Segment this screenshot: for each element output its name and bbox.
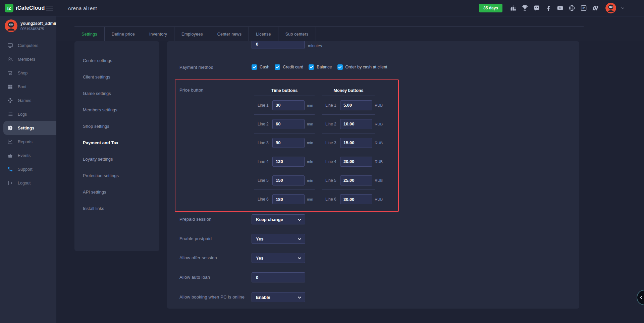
row-unit: min bbox=[307, 103, 313, 107]
topbar: i2 iCafeCloud Arena aiTest 35 days bbox=[0, 0, 644, 16]
user-avatar[interactable] bbox=[605, 3, 616, 13]
sidebar-item-support[interactable]: Support bbox=[0, 162, 56, 176]
sidebar-item-games[interactable]: Games bbox=[0, 94, 56, 107]
sidebar-item-label: Games bbox=[18, 98, 31, 103]
sidebar-item-boot[interactable]: Boot bbox=[0, 80, 56, 94]
settings-nav-loyalty-settings[interactable]: Loyalty settings bbox=[74, 151, 159, 167]
sidebar-item-label: Boot bbox=[18, 85, 26, 89]
cart-icon bbox=[7, 70, 13, 76]
tab-license[interactable]: License bbox=[249, 27, 278, 41]
payment-method-label: Payment method bbox=[179, 65, 213, 70]
sidebar-item-events[interactable]: Events bbox=[0, 149, 56, 162]
allow-booking-select[interactable]: Enable bbox=[252, 292, 305, 302]
sidebar-user-meta: youngzsoft_admin 005193482475 bbox=[20, 21, 56, 31]
monitor-icon bbox=[7, 43, 13, 48]
money-buttons-header: Money buttons bbox=[322, 85, 375, 96]
settings-nav-protection-settings[interactable]: Protection settings bbox=[74, 167, 159, 184]
settings-nav-client-settings[interactable]: Client settings bbox=[74, 69, 159, 85]
row-label: Line 4 bbox=[258, 159, 272, 164]
row-label: Line 4 bbox=[325, 159, 340, 164]
gear-icon bbox=[7, 125, 13, 131]
sidebar-item-logout[interactable]: Logout bbox=[0, 176, 56, 190]
balance-checkbox[interactable] bbox=[309, 64, 314, 70]
time-line2-input[interactable] bbox=[272, 119, 305, 129]
table-row: Line 6 RUB bbox=[322, 190, 375, 209]
globe-icon[interactable] bbox=[568, 4, 576, 12]
sidebar-item-label: Reports bbox=[18, 140, 33, 144]
settings-nav-install-links[interactable]: Install links bbox=[74, 200, 159, 217]
facebook-icon[interactable] bbox=[545, 4, 552, 12]
time-line4-input[interactable] bbox=[272, 157, 305, 167]
money-line4-input[interactable] bbox=[340, 157, 372, 167]
settings-nav-payment-and-tax[interactable]: Payment and Tax bbox=[74, 134, 159, 151]
settings-nav-shop-settings[interactable]: Shop settings bbox=[74, 118, 159, 134]
sidebar-item-reports[interactable]: Reports bbox=[0, 135, 56, 149]
time-buttons-header: Time buttons bbox=[254, 85, 315, 96]
table-row: Line 5 RUB bbox=[322, 171, 375, 190]
table-row: Line 4 min bbox=[254, 152, 315, 171]
row-unit: RUB bbox=[375, 103, 383, 107]
time-line6-input[interactable] bbox=[272, 194, 305, 204]
time-line3-input[interactable] bbox=[272, 138, 305, 148]
sidebar-user[interactable]: youngzsoft_admin 005193482475 bbox=[0, 16, 56, 35]
settings-nav-api-settings[interactable]: API settings bbox=[74, 184, 159, 200]
price-button-label: Price button bbox=[179, 88, 204, 93]
list-icon bbox=[7, 111, 13, 117]
partial-row-input[interactable] bbox=[252, 41, 305, 49]
allow-offer-session-select[interactable]: Yes bbox=[252, 253, 305, 263]
sidebar-item-label: Events bbox=[18, 153, 31, 158]
settings-nav-game-settings[interactable]: Game settings bbox=[74, 85, 159, 102]
discord-icon[interactable] bbox=[533, 4, 540, 12]
enable-postpaid-select[interactable]: Yes bbox=[252, 234, 305, 244]
row-label: Line 5 bbox=[258, 178, 272, 183]
sidebar-item-members[interactable]: Members bbox=[0, 52, 56, 66]
leaderboard-icon[interactable] bbox=[509, 4, 517, 12]
money-line6-input[interactable] bbox=[340, 194, 372, 204]
checkbox-balance: Balance bbox=[309, 64, 332, 70]
sidebar-item-label: Shop bbox=[18, 71, 28, 75]
sidebar-item-label: Logs bbox=[18, 112, 27, 117]
settings-nav-center-settings[interactable]: Center settings bbox=[74, 52, 159, 69]
tab-define-price[interactable]: Define price bbox=[105, 27, 142, 41]
prepaid-session-row: Prepaid session Keep change bbox=[167, 214, 579, 224]
icafecloud-logo-icon[interactable]: i2 bbox=[5, 4, 13, 12]
enable-postpaid-label: Enable postpaid bbox=[179, 236, 212, 241]
money-line5-input[interactable] bbox=[340, 175, 372, 185]
credit-card-checkbox[interactable] bbox=[275, 64, 280, 70]
row-label: Line 6 bbox=[258, 197, 272, 202]
tab-employees[interactable]: Employees bbox=[174, 27, 210, 41]
cash-checkbox[interactable] bbox=[252, 64, 257, 70]
allow-auto-loan-row: Allow auto loan bbox=[167, 272, 579, 282]
sidebar-item-settings[interactable]: Settings bbox=[3, 121, 56, 135]
settings-nav-members-settings[interactable]: Members settings bbox=[74, 102, 159, 118]
money-line1-input[interactable] bbox=[340, 100, 372, 110]
allow-auto-loan-input[interactable] bbox=[252, 272, 305, 282]
tab-list: Settings Define price Inventory Employee… bbox=[74, 26, 584, 41]
chevron-down-icon bbox=[297, 256, 302, 261]
collapse-panel-button[interactable] bbox=[637, 290, 644, 305]
youtube-icon[interactable] bbox=[556, 4, 564, 12]
money-line2-input[interactable] bbox=[340, 119, 372, 129]
tab-inventory[interactable]: Inventory bbox=[142, 27, 174, 41]
money-line3-input[interactable] bbox=[340, 138, 372, 148]
sidebar-item-computers[interactable]: Computers bbox=[0, 39, 56, 52]
prepaid-session-select[interactable]: Keep change bbox=[252, 214, 305, 224]
sidebar-item-logs[interactable]: Logs bbox=[0, 107, 56, 121]
tab-center-news[interactable]: Center news bbox=[210, 27, 249, 41]
sidebar-item-shop[interactable]: Shop bbox=[0, 66, 56, 80]
hamburger-menu-icon[interactable] bbox=[46, 4, 53, 12]
layers-icon[interactable] bbox=[592, 4, 599, 12]
settings-nav-panel: Center settings Client settings Game set… bbox=[74, 41, 159, 251]
time-line5-input[interactable] bbox=[272, 175, 305, 185]
tab-sub-centers[interactable]: Sub centers bbox=[278, 27, 316, 41]
order-by-cash-checkbox[interactable] bbox=[337, 64, 343, 70]
icafecloud-mini-icon[interactable]: i2 bbox=[580, 4, 587, 12]
chevron-down-icon[interactable] bbox=[621, 6, 625, 10]
row-label: Line 3 bbox=[258, 141, 272, 145]
payment-method-options: Cash Credit card Balance Order by cash a… bbox=[252, 64, 387, 70]
trophy-icon[interactable] bbox=[521, 4, 529, 12]
select-value: Enable bbox=[256, 295, 270, 300]
license-days-badge[interactable]: 35 days bbox=[479, 4, 502, 12]
time-line1-input[interactable] bbox=[272, 100, 305, 110]
tab-settings[interactable]: Settings bbox=[74, 27, 105, 41]
